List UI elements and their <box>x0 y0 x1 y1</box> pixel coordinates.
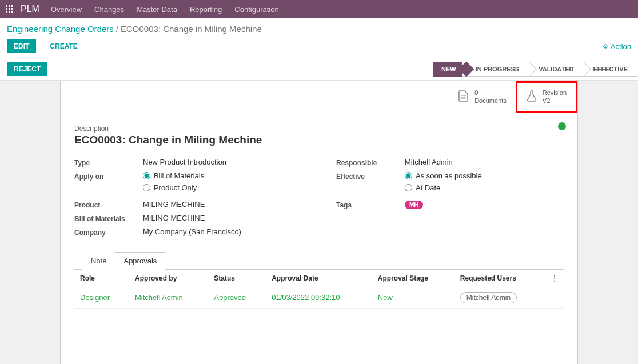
svg-rect-8 <box>11 11 13 13</box>
th-requested-users: Requested Users <box>454 270 545 287</box>
effective-at-date-label: At Date <box>416 183 440 192</box>
svg-rect-6 <box>6 11 7 13</box>
th-approved-by: Approved by <box>129 270 208 287</box>
revision-stat-button[interactable]: Revision V2 <box>516 81 577 113</box>
apply-on-label: Apply on <box>74 171 143 181</box>
apply-on-product-radio[interactable] <box>143 184 150 191</box>
svg-rect-4 <box>9 8 10 10</box>
th-status: Status <box>208 270 266 287</box>
svg-rect-7 <box>9 11 10 13</box>
document-icon <box>458 90 469 103</box>
tab-note[interactable]: Note <box>82 252 115 270</box>
product-value[interactable]: MILING MECHINE <box>143 200 302 209</box>
company-label: Company <box>74 227 143 237</box>
company-value[interactable]: My Company (San Francisco) <box>143 227 302 236</box>
breadcrumb-root[interactable]: Engineering Change Orders <box>7 24 114 34</box>
breadcrumb-current: ECO0003: Change in Miling Mechine <box>121 24 262 34</box>
approvals-table: Role Approved by Status Approval Date Ap… <box>74 270 564 309</box>
product-label: Product <box>74 200 143 209</box>
record-title: ECO0003: Change in Miling Mechine <box>74 134 564 146</box>
edit-button[interactable]: EDIT <box>7 39 36 53</box>
svg-rect-1 <box>9 5 10 7</box>
type-value: New Product Introduction <box>143 158 302 166</box>
form-sheet: 0 Documents Revision V2 Description ECO0… <box>60 81 578 364</box>
apply-on-bom-label: Bill of Materials <box>154 171 204 180</box>
kanban-status-dot[interactable] <box>558 122 566 130</box>
stage-bar: NEW IN PROGRESS VALIDATED EFFECTIVE <box>433 62 638 77</box>
effective-at-date-radio[interactable] <box>405 184 412 191</box>
svg-rect-3 <box>6 8 7 10</box>
nav-reporting[interactable]: Reporting <box>190 5 222 14</box>
top-navbar: PLM Overview Changes Master Data Reporti… <box>0 0 638 18</box>
documents-stat-button[interactable]: 0 Documents <box>449 81 516 113</box>
flask-icon <box>527 90 537 103</box>
tag-mh[interactable]: MH <box>405 201 423 209</box>
bom-value[interactable]: MILING MECHINE <box>143 214 302 222</box>
tab-approvals[interactable]: Approvals <box>115 252 165 270</box>
documents-label: Documents <box>474 97 507 105</box>
effective-label: Effective <box>336 171 405 181</box>
revision-value: V2 <box>543 97 567 105</box>
description-label: Description <box>74 125 564 133</box>
reject-button[interactable]: REJECT <box>7 62 47 76</box>
create-button[interactable]: CREATE <box>43 39 84 53</box>
bom-label: Bill of Materials <box>74 214 143 223</box>
apply-on-product-label: Product Only <box>154 183 197 192</box>
apply-on-bom-radio[interactable] <box>143 172 150 179</box>
nav-master-data[interactable]: Master Data <box>137 5 177 14</box>
th-role: Role <box>74 270 129 287</box>
apps-icon[interactable] <box>6 5 14 13</box>
action-dropdown[interactable]: Action <box>603 42 631 51</box>
breadcrumb: Engineering Change Orders/ECO0003: Chang… <box>7 24 631 34</box>
nav-changes[interactable]: Changes <box>94 5 124 14</box>
nav-overview[interactable]: Overview <box>51 5 82 14</box>
responsible-value[interactable]: Mitchell Admin <box>405 158 564 166</box>
svg-rect-0 <box>6 5 7 7</box>
responsible-label: Responsible <box>336 158 405 167</box>
breadcrumb-separator: / <box>116 24 118 34</box>
nav-configuration[interactable]: Configuration <box>234 5 278 14</box>
cell-status: Approved <box>208 287 266 308</box>
cell-approval-stage: New <box>372 287 454 308</box>
effective-asap-radio[interactable] <box>405 172 412 179</box>
documents-count: 0 <box>474 89 507 97</box>
cell-role: Designer <box>74 287 129 308</box>
app-name[interactable]: PLM <box>21 4 39 14</box>
th-approval-date: Approval Date <box>266 270 372 287</box>
cell-approved-by: Mitchell Admin <box>129 287 208 308</box>
th-approval-stage: Approval Stage <box>372 270 454 287</box>
revision-label: Revision <box>543 89 567 97</box>
effective-asap-label: As soon as possible <box>416 171 482 180</box>
svg-rect-2 <box>11 5 13 7</box>
table-row[interactable]: Designer Mitchell Admin Approved 01/03/2… <box>74 287 564 308</box>
tags-label: Tags <box>336 200 405 209</box>
svg-rect-5 <box>11 8 13 10</box>
cell-approval-date: 01/03/2022 09:32:10 <box>266 287 372 308</box>
cell-requested-user-chip[interactable]: Mitchell Admin <box>460 292 517 303</box>
type-label: Type <box>74 158 143 167</box>
th-menu[interactable]: ⋮ <box>545 270 564 287</box>
